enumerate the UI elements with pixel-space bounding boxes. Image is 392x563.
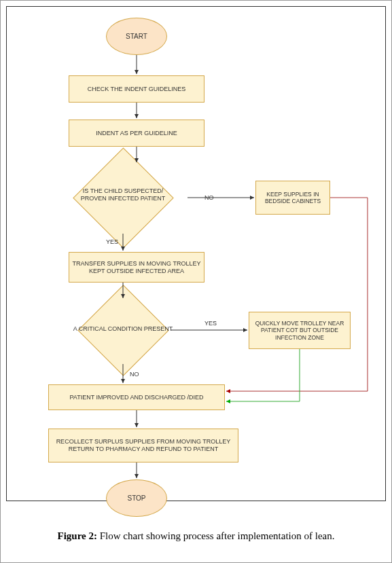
node-indent: INDENT AS PER GUIDELINE <box>69 120 204 147</box>
label-yes1: YES <box>106 238 118 245</box>
node-recollect: RECOLLECT SURPLUS SUPPLIES FROM MOVING T… <box>48 429 238 462</box>
label-no1: NO <box>204 194 214 201</box>
node-quickly: QUICKLY MOVE TROLLEY NEAR PATIENT COT BU… <box>249 312 351 349</box>
label-no2: NO <box>130 371 139 378</box>
node-check: CHECK THE INDENT GUIDELINES <box>69 75 204 103</box>
node-keep: KEEP SUPPLIES IN BEDSIDE CABINETS <box>255 181 330 215</box>
flowchart-container: START CHECK THE INDENT GUIDELINES INDENT… <box>0 0 392 563</box>
figure-caption: Figure 2: Flow chart showing process aft… <box>1 530 391 542</box>
node-improved: PATIENT IMPROVED AND DISCHARGED /DIED <box>48 384 225 410</box>
node-stop: STOP <box>106 479 167 517</box>
node-start: START <box>106 18 167 55</box>
node-transfer: TRANSFER SUPPLIES IN MOVING TROLLEY KEPT… <box>69 252 204 283</box>
label-yes2: YES <box>204 320 217 327</box>
caption-text: Flow chart showing process after impleme… <box>97 530 335 541</box>
caption-label: Figure 2: <box>58 530 97 541</box>
